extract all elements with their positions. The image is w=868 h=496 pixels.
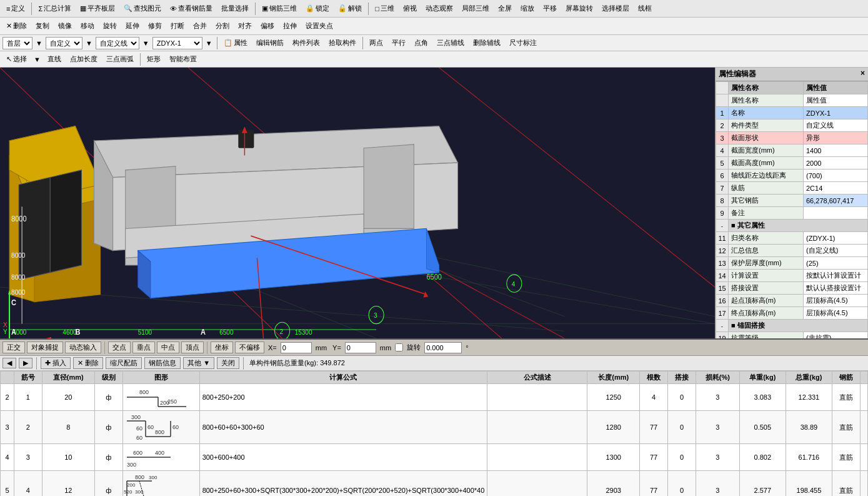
btn-parallel[interactable]: 平行: [388, 37, 409, 49]
btn-prev[interactable]: ◀: [2, 358, 16, 368]
table-row[interactable]: 4 3 10 ф 600400300 300+600+400 1300 77 0…: [1, 444, 868, 471]
btn-split[interactable]: 分割: [212, 20, 233, 32]
status-ortho[interactable]: 正交: [2, 342, 25, 353]
btn-mirror[interactable]: 镜像: [54, 20, 76, 32]
btn-find[interactable]: 🔍查找图元: [120, 3, 165, 14]
type-select[interactable]: 自定义: [46, 37, 82, 49]
btn-smart-layout[interactable]: 智能布置: [166, 53, 201, 65]
name-select[interactable]: ZDYX-1: [152, 37, 202, 49]
table-row[interactable]: 2 1 20 ф 800200250 800+250+200 1250 4 0 …: [1, 384, 868, 411]
prop-row[interactable]: 15 搭接设置 默认认搭接设置计: [716, 282, 868, 295]
status-dynamic[interactable]: 动态输入: [65, 342, 101, 353]
btn-line[interactable]: 直线: [44, 53, 65, 65]
status-coord[interactable]: 坐标: [211, 342, 233, 353]
btn-local-3d[interactable]: 局部三维: [458, 3, 493, 14]
btn-delete[interactable]: ✕删除: [2, 20, 31, 32]
prop-row[interactable]: 11 归类名称 (ZDYX-1): [716, 232, 868, 245]
btn-view-rebar[interactable]: 👁查看钢筋量: [166, 3, 216, 14]
btn-pan[interactable]: 平移: [539, 3, 561, 14]
btn-select-floor[interactable]: 选择楼层: [598, 3, 633, 14]
btn-offset[interactable]: 偏移: [257, 20, 278, 32]
btn-top-view[interactable]: 俯视: [399, 3, 421, 14]
btn-3d[interactable]: □三维: [371, 3, 398, 14]
btn-dimension[interactable]: 尺寸标注: [506, 37, 541, 49]
prop-row[interactable]: 属性名称 属性值: [716, 94, 868, 107]
btn-point-extend[interactable]: 点加长度: [66, 53, 101, 65]
btn-copy[interactable]: 复制: [32, 20, 53, 32]
prop-row[interactable]: 7 纵筋 2C14: [716, 182, 868, 195]
btn-set-grip[interactable]: 设置夹点: [302, 20, 337, 32]
rebar-table-container[interactable]: 筋号 直径(mm) 级别 图形 计算公式 公式描述 长度(mm) 根数 搭接 损…: [0, 371, 868, 496]
btn-delete-aux[interactable]: 删除辅线: [469, 37, 504, 49]
prop-row[interactable]: 17 终点顶标高(m) 层顶标高(4.5): [716, 307, 868, 320]
btn-rotate[interactable]: 旋转: [99, 20, 121, 32]
rotate-input[interactable]: [424, 342, 462, 353]
btn-delete-row[interactable]: ✕ 删除: [73, 357, 103, 369]
btn-unlock[interactable]: 🔓解锁: [334, 3, 366, 14]
btn-flatten[interactable]: ▦平齐板层: [76, 3, 119, 14]
prop-row[interactable]: - ■ 其它属性: [716, 220, 868, 232]
btn-other[interactable]: 其他 ▼: [183, 357, 214, 369]
prop-row[interactable]: 2 构件类型 自定义线: [716, 119, 868, 132]
btn-extend[interactable]: 延伸: [122, 20, 143, 32]
btn-component-list[interactable]: 构件列表: [289, 37, 324, 49]
btn-define[interactable]: ≡定义: [2, 3, 29, 14]
prop-row[interactable]: 1 名称 ZDYX-1: [716, 107, 868, 119]
btn-select[interactable]: ↖选择: [2, 53, 31, 65]
btn-rebar-3d[interactable]: ▣钢筋三维: [258, 3, 301, 14]
btn-sum[interactable]: Σ汇总计算: [34, 3, 75, 14]
x-input[interactable]: [281, 342, 312, 353]
btn-merge[interactable]: 合并: [189, 20, 211, 32]
status-mid[interactable]: 中点: [157, 342, 179, 353]
btn-wireframe[interactable]: 线框: [634, 3, 656, 14]
status-perp[interactable]: 垂点: [132, 342, 155, 353]
btn-rotate-screen[interactable]: 屏幕旋转: [562, 3, 597, 14]
rotate-checkbox[interactable]: [395, 343, 403, 352]
layer-select[interactable]: 首层: [2, 37, 32, 49]
btn-close[interactable]: 关闭: [217, 357, 239, 369]
btn-edit-rebar[interactable]: 编辑钢筋: [252, 37, 287, 49]
prop-row[interactable]: 9 备注: [716, 207, 868, 220]
btn-point-angle[interactable]: 点角: [411, 37, 432, 49]
btn-rebar-info[interactable]: 钢筋信息: [144, 357, 181, 369]
viewport[interactable]: 4000 4600 5100 6500 15300 4 3 2 C A B A …: [0, 68, 715, 338]
prop-row[interactable]: 16 起点顶标高(m) 层顶标高(4.5): [716, 295, 868, 307]
table-row[interactable]: 5 4 12 ф 800520300400200300 800+250+60+3…: [1, 471, 868, 497]
btn-rect[interactable]: 矩形: [143, 53, 164, 65]
subtype-select[interactable]: 自定义线: [96, 37, 139, 49]
prop-row[interactable]: 12 汇总信息 (自定义线): [716, 245, 868, 257]
prop-row[interactable]: 8 其它钢筋 66,278,607,417: [716, 195, 868, 207]
y-input[interactable]: [345, 342, 376, 353]
btn-two-point[interactable]: 两点: [366, 37, 387, 49]
btn-three-arc[interactable]: 三点画弧: [102, 53, 137, 65]
btn-insert[interactable]: ✚ 插入: [41, 357, 71, 369]
prop-row[interactable]: 19 抗震等级 (非抗震): [716, 332, 868, 339]
btn-lock[interactable]: 🔒锁定: [302, 3, 333, 14]
properties-scroll[interactable]: 属性名称 属性值 属性名称 属性值1 名称 ZDYX-12 构件类型 自定义线3…: [716, 81, 868, 338]
status-no-offset[interactable]: 不偏移: [235, 342, 264, 353]
status-intersect[interactable]: 交点: [108, 342, 131, 353]
btn-batch-select[interactable]: 批量选择: [217, 3, 252, 14]
status-vertex[interactable]: 顶点: [181, 342, 204, 353]
prop-row[interactable]: 4 截面宽度(mm) 1400: [716, 144, 868, 157]
btn-scale-rebar[interactable]: 缩尺配筋: [106, 357, 142, 369]
btn-next[interactable]: ▶: [19, 358, 32, 368]
btn-align[interactable]: 对齐: [234, 20, 256, 32]
btn-trim[interactable]: 修剪: [144, 20, 166, 32]
btn-move[interactable]: 移动: [77, 20, 98, 32]
prop-row[interactable]: - ■ 锚固搭接: [716, 320, 868, 332]
prop-row[interactable]: 14 计算设置 按默认计算设置计: [716, 270, 868, 282]
btn-stretch[interactable]: 拉伸: [279, 20, 301, 32]
status-snap[interactable]: 对象捕捉: [27, 342, 63, 353]
prop-row[interactable]: 13 保护层厚度(mm) (25): [716, 257, 868, 270]
btn-break[interactable]: 打断: [167, 20, 188, 32]
table-row[interactable]: 3 2 8 ф 30060800606060 800+60+60+300+60 …: [1, 411, 868, 444]
btn-zoom[interactable]: 缩放: [517, 3, 538, 14]
btn-fullscreen[interactable]: 全屏: [494, 3, 516, 14]
btn-property[interactable]: 📋属性: [220, 37, 251, 49]
prop-row[interactable]: 5 截面高度(mm) 2000: [716, 157, 868, 170]
prop-row[interactable]: 6 轴线距左边线距离 (700): [716, 170, 868, 182]
btn-dynamic-view[interactable]: 动态观察: [422, 3, 457, 14]
btn-pick-component[interactable]: 拾取构件: [325, 37, 360, 49]
btn-three-point-aux[interactable]: 三点辅线: [433, 37, 468, 49]
